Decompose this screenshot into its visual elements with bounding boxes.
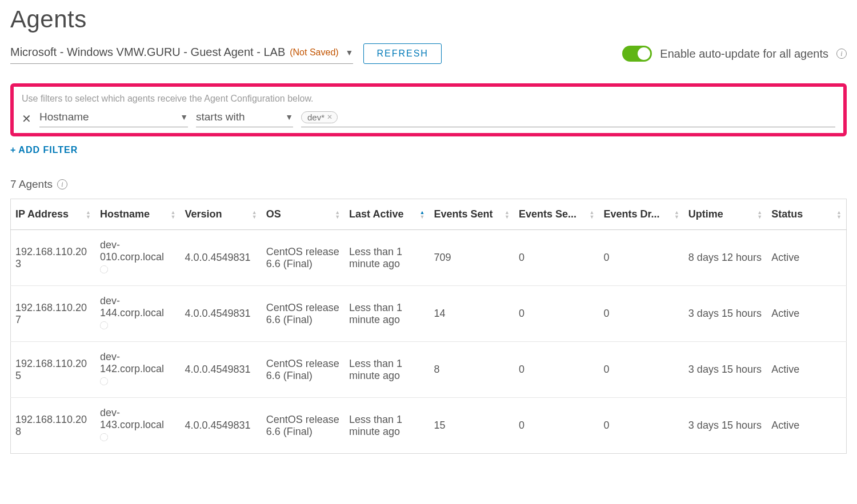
sort-icon: ▲▼	[674, 210, 679, 219]
loading-icon	[100, 265, 108, 273]
cell-version: 4.0.0.4549831	[180, 342, 261, 398]
sort-icon: ▲▼	[86, 210, 91, 219]
info-icon[interactable]: i	[836, 49, 847, 59]
table-row[interactable]: 192.168.110.203dev-010.corp.local4.0.0.4…	[11, 230, 847, 286]
column-label: Status	[771, 208, 803, 220]
cell-se2: 0	[514, 230, 599, 286]
config-label: Microsoft - Windows VMW.GURU - Guest Age…	[10, 46, 285, 59]
cell-host: dev-144.corp.local	[95, 286, 180, 342]
cell-status: Active	[767, 398, 846, 454]
loading-icon	[100, 377, 108, 385]
column-label: OS	[266, 208, 281, 220]
sort-icon: ▲▼	[757, 210, 762, 219]
add-filter-button[interactable]: + ADD FILTER	[10, 145, 78, 155]
info-icon[interactable]: i	[57, 179, 67, 189]
cell-ip: 192.168.110.207	[11, 286, 95, 342]
chip-remove-icon[interactable]: ✕	[327, 113, 333, 121]
cell-sent: 14	[430, 286, 514, 342]
column-header[interactable]: Version▲▼	[180, 199, 261, 230]
filter-chip-label: dev*	[307, 112, 325, 122]
sort-icon: ▲▼	[335, 210, 340, 219]
cell-ip: 192.168.110.208	[11, 398, 95, 454]
cell-status: Active	[767, 286, 846, 342]
sort-icon: ▲▼	[836, 210, 842, 219]
cell-sent: 15	[430, 398, 514, 454]
sort-icon: ▲▼	[504, 210, 510, 219]
cell-dr: 0	[599, 342, 683, 398]
cell-version: 4.0.0.4549831	[180, 398, 261, 454]
column-header[interactable]: IP Address▲▼	[11, 199, 95, 230]
cell-se2: 0	[514, 342, 599, 398]
cell-uptime: 8 days 12 hours	[684, 230, 767, 286]
config-row: Microsoft - Windows VMW.GURU - Guest Age…	[10, 43, 847, 64]
sort-icon: ▲▼	[420, 210, 425, 219]
column-label: Events Dr...	[603, 208, 659, 220]
column-label: IP Address	[15, 208, 69, 220]
agents-table: IP Address▲▼Hostname▲▼Version▲▼OS▲▼Last …	[10, 199, 847, 454]
plus-icon: +	[10, 145, 16, 155]
column-label: Hostname	[100, 208, 150, 220]
filter-operator-select[interactable]: starts with ▼	[196, 110, 293, 127]
not-saved-badge: (Not Saved)	[290, 47, 338, 58]
cell-status: Active	[767, 342, 846, 398]
cell-host: dev-142.corp.local	[95, 342, 180, 398]
column-label: Version	[185, 208, 222, 220]
sort-icon: ▲▼	[170, 210, 175, 219]
agents-count: 7 Agents i	[10, 178, 847, 191]
auto-update-label: Enable auto-update for all agents	[660, 47, 828, 61]
filter-hint: Use filters to select which agents recei…	[22, 94, 835, 104]
cell-last: Less than 1 minute ago	[345, 230, 429, 286]
auto-update-toggle[interactable]	[622, 46, 652, 62]
cell-se2: 0	[514, 398, 599, 454]
cell-version: 4.0.0.4549831	[180, 286, 261, 342]
cell-sent: 709	[430, 230, 514, 286]
close-icon[interactable]: ✕	[22, 112, 31, 126]
cell-host: dev-143.corp.local	[95, 398, 180, 454]
cell-os: CentOS release 6.6 (Final)	[262, 342, 345, 398]
loading-icon	[100, 433, 108, 441]
filter-chip[interactable]: dev* ✕	[301, 111, 338, 123]
filter-row: ✕ Hostname ▼ starts with ▼ dev* ✕	[22, 110, 835, 127]
cell-uptime: 3 days 15 hours	[684, 398, 767, 454]
filter-field-value: Hostname	[39, 111, 89, 123]
column-header[interactable]: Hostname▲▼	[95, 199, 180, 230]
add-filter-label: ADD FILTER	[18, 145, 78, 155]
cell-status: Active	[767, 230, 846, 286]
chevron-down-icon: ▼	[180, 112, 188, 122]
table-row[interactable]: 192.168.110.208dev-143.corp.local4.0.0.4…	[11, 398, 847, 454]
count-label: 7 Agents	[10, 178, 53, 191]
column-header[interactable]: OS▲▼	[262, 199, 345, 230]
cell-dr: 0	[599, 230, 683, 286]
table-row[interactable]: 192.168.110.207dev-144.corp.local4.0.0.4…	[11, 286, 847, 342]
column-header[interactable]: Events Dr...▲▼	[599, 199, 683, 230]
cell-dr: 0	[599, 286, 683, 342]
column-header[interactable]: Status▲▼	[767, 199, 846, 230]
column-header[interactable]: Last Active▲▼	[345, 199, 429, 230]
filter-box: Use filters to select which agents recei…	[10, 83, 847, 136]
cell-last: Less than 1 minute ago	[345, 342, 429, 398]
page-title: Agents	[10, 6, 847, 33]
cell-version: 4.0.0.4549831	[180, 230, 261, 286]
column-header[interactable]: Uptime▲▼	[684, 199, 767, 230]
cell-os: CentOS release 6.6 (Final)	[262, 230, 345, 286]
cell-last: Less than 1 minute ago	[345, 398, 429, 454]
filter-value-input[interactable]: dev* ✕	[301, 110, 835, 127]
cell-os: CentOS release 6.6 (Final)	[262, 398, 345, 454]
cell-host: dev-010.corp.local	[95, 230, 180, 286]
chevron-down-icon: ▼	[285, 112, 293, 122]
cell-ip: 192.168.110.205	[11, 342, 95, 398]
filter-field-select[interactable]: Hostname ▼	[39, 110, 188, 127]
loading-icon	[100, 321, 108, 329]
column-label: Uptime	[688, 208, 723, 220]
cell-dr: 0	[599, 398, 683, 454]
cell-uptime: 3 days 15 hours	[684, 342, 767, 398]
column-header[interactable]: Events Se...▲▼	[514, 199, 599, 230]
table-row[interactable]: 192.168.110.205dev-142.corp.local4.0.0.4…	[11, 342, 847, 398]
config-selector[interactable]: Microsoft - Windows VMW.GURU - Guest Age…	[10, 43, 353, 64]
column-label: Last Active	[349, 208, 403, 220]
refresh-button[interactable]: REFRESH	[363, 43, 441, 64]
column-header[interactable]: Events Sent▲▼	[430, 199, 514, 230]
cell-sent: 8	[430, 342, 514, 398]
cell-last: Less than 1 minute ago	[345, 286, 429, 342]
cell-uptime: 3 days 15 hours	[684, 286, 767, 342]
